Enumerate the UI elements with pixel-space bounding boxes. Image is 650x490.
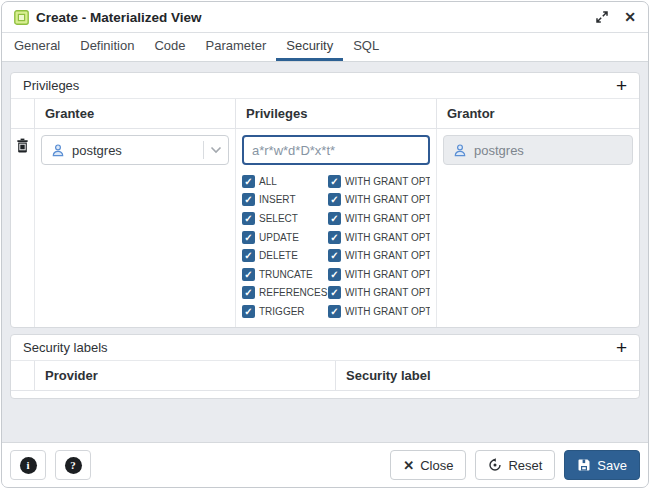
privilege-label: REFERENCES	[259, 287, 327, 298]
privileges-section-title: Privileges	[23, 78, 79, 93]
tab-sql[interactable]: SQL	[343, 33, 389, 61]
provider-column-header: Provider	[35, 361, 336, 391]
security-labels-gutter-header	[11, 361, 35, 391]
grant-option-label: WITH GRANT OPTION	[345, 232, 430, 243]
privileges-input[interactable]	[242, 135, 430, 165]
grantor-cell: postgres	[437, 129, 639, 327]
grantee-cell: postgres	[35, 129, 236, 327]
checkbox-delete-grant-option[interactable]: ✓	[328, 249, 341, 262]
privilege-row-delete: ✓DELETE ✓WITH GRANT OPTION	[242, 246, 430, 265]
tab-security[interactable]: Security	[276, 33, 343, 61]
delete-row-icon[interactable]	[16, 138, 29, 327]
titlebar: Create - Materialized View ✕	[2, 2, 648, 33]
info-icon: i	[20, 457, 37, 474]
checkbox-truncate-grant-option[interactable]: ✓	[328, 268, 341, 281]
chevron-down-icon[interactable]	[210, 146, 222, 154]
checkbox-trigger[interactable]: ✓	[242, 305, 255, 318]
checkbox-references-grant-option[interactable]: ✓	[328, 286, 341, 299]
privilege-label: TRUNCATE	[259, 269, 313, 280]
select-divider	[203, 141, 204, 159]
checkbox-delete[interactable]: ✓	[242, 249, 255, 262]
checkbox-insert[interactable]: ✓	[242, 193, 255, 206]
privilege-row-references: ✓REFERENCES ✓WITH GRANT OPTION	[242, 284, 430, 303]
add-privilege-button[interactable]: +	[616, 76, 627, 95]
dialog-footer: i ? ✕ Close Reset	[2, 442, 648, 487]
close-button-label: Close	[420, 458, 453, 473]
info-button[interactable]: i	[10, 450, 46, 480]
checkbox-select-grant-option[interactable]: ✓	[328, 212, 341, 225]
tab-general[interactable]: General	[4, 33, 70, 61]
checkbox-select[interactable]: ✓	[242, 212, 255, 225]
grant-option-label: WITH GRANT OPTION	[345, 250, 430, 261]
help-button[interactable]: ?	[55, 450, 91, 480]
grantor-value: postgres	[474, 143, 524, 158]
security-tab-content: Privileges + Grantee Privileges Grantor	[2, 62, 648, 442]
security-labels-panel: Security labels + Provider Security labe…	[10, 334, 640, 399]
grantee-value: postgres	[72, 143, 203, 158]
privilege-row-select: ✓SELECT ✓WITH GRANT OPTION	[242, 209, 430, 228]
privileges-panel: Privileges + Grantee Privileges Grantor	[10, 72, 640, 328]
tab-bar: General Definition Code Parameter Securi…	[2, 33, 648, 62]
tab-code[interactable]: Code	[144, 33, 195, 61]
tab-definition[interactable]: Definition	[70, 33, 144, 61]
checkbox-truncate[interactable]: ✓	[242, 268, 255, 281]
grant-option-label: WITH GRANT OPTION	[345, 306, 430, 317]
privileges-column-header: Privileges	[236, 99, 437, 129]
privilege-label: ALL	[259, 176, 277, 187]
tab-parameter[interactable]: Parameter	[196, 33, 277, 61]
privilege-row-all: ✓ALL ✓WITH GRANT OPTION	[242, 172, 430, 191]
grantee-select[interactable]: postgres	[41, 135, 229, 165]
footer-actions: ✕ Close Reset	[390, 450, 640, 480]
grantor-field-disabled: postgres	[443, 135, 633, 165]
security-labels-table: Provider Security label	[11, 361, 639, 391]
privilege-row-insert: ✓INSERT ✓WITH GRANT OPTION	[242, 191, 430, 210]
grant-option-label: WITH GRANT OPTION	[345, 287, 430, 298]
titlebar-controls: ✕	[596, 10, 636, 24]
checkbox-all-grant-option[interactable]: ✓	[328, 175, 341, 188]
checkbox-update[interactable]: ✓	[242, 231, 255, 244]
close-button[interactable]: ✕ Close	[390, 450, 466, 480]
privileges-panel-header: Privileges +	[11, 73, 639, 99]
privilege-label: SELECT	[259, 213, 298, 224]
security-labels-section-title: Security labels	[23, 340, 108, 355]
grant-option-label: WITH GRANT OPTION	[345, 176, 430, 187]
privileges-cell: ✓ALL ✓WITH GRANT OPTION ✓INSERT ✓WITH GR…	[236, 129, 437, 327]
privilege-row-update: ✓UPDATE ✓WITH GRANT OPTION	[242, 228, 430, 247]
grant-option-label: WITH GRANT OPTION	[345, 269, 430, 280]
user-icon	[51, 143, 65, 157]
grantor-column-header: Grantor	[437, 99, 639, 129]
materialized-view-icon	[14, 10, 29, 25]
privilege-label: UPDATE	[259, 232, 299, 243]
checkbox-all[interactable]: ✓	[242, 175, 255, 188]
security-labels-empty-area	[11, 391, 639, 398]
help-icon: ?	[65, 457, 82, 474]
privileges-gutter-header	[11, 99, 35, 129]
close-x-icon: ✕	[403, 458, 414, 473]
checkbox-references[interactable]: ✓	[242, 286, 255, 299]
save-button[interactable]: Save	[564, 450, 640, 480]
checkbox-insert-grant-option[interactable]: ✓	[328, 193, 341, 206]
grant-option-label: WITH GRANT OPTION	[345, 213, 430, 224]
reset-button-label: Reset	[508, 458, 542, 473]
checkbox-trigger-grant-option[interactable]: ✓	[328, 305, 341, 318]
add-security-label-button[interactable]: +	[616, 338, 627, 357]
checkbox-update-grant-option[interactable]: ✓	[328, 231, 341, 244]
security-label-column-header: Security label	[336, 361, 639, 391]
privilege-row-delete-cell	[11, 129, 35, 327]
privilege-row-truncate: ✓TRUNCATE ✓WITH GRANT OPTION	[242, 265, 430, 284]
privilege-row-trigger: ✓TRIGGER ✓WITH GRANT OPTION	[242, 302, 430, 321]
reset-icon	[488, 458, 502, 472]
grant-option-label: WITH GRANT OPTION	[345, 194, 430, 205]
dialog-title: Create - Materialized View	[36, 10, 202, 25]
maximize-icon[interactable]	[596, 11, 608, 23]
grantee-column-header: Grantee	[35, 99, 236, 129]
create-materialized-view-dialog: Create - Materialized View ✕ General Def…	[1, 1, 649, 488]
privileges-table: Grantee Privileges Grantor	[11, 99, 639, 327]
user-icon	[453, 143, 467, 157]
save-button-label: Save	[597, 458, 627, 473]
security-labels-panel-header: Security labels +	[11, 335, 639, 361]
privilege-label: INSERT	[259, 194, 296, 205]
reset-button[interactable]: Reset	[475, 450, 555, 480]
close-icon[interactable]: ✕	[624, 10, 636, 24]
privilege-label: DELETE	[259, 250, 298, 261]
